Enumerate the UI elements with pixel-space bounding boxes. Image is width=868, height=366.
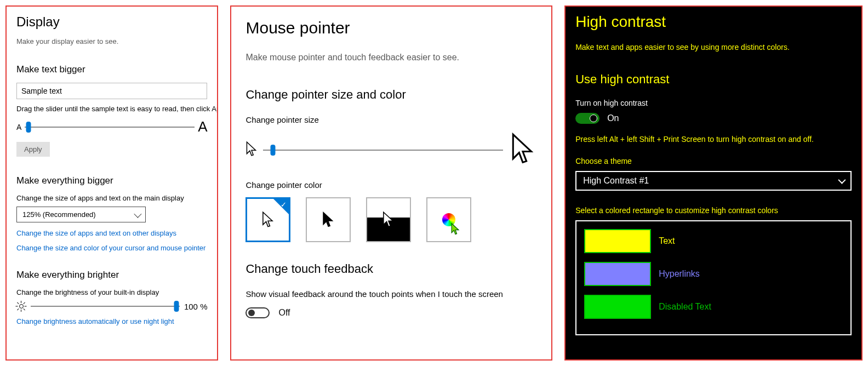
section-make-text-bigger: Make text bigger [16, 64, 207, 75]
section-use-high-contrast: Use high contrast [575, 72, 852, 87]
brightness-slider[interactable] [31, 301, 180, 312]
swatch-hyperlinks[interactable] [584, 262, 651, 286]
section-change-pointer: Change pointer size and color [245, 88, 537, 102]
display-settings-pane: Display Make your display easier to see.… [5, 5, 218, 361]
link-other-displays[interactable]: Change the size of apps and text on othe… [16, 229, 207, 237]
chevron-down-icon [134, 210, 141, 218]
pointer-color-inverted[interactable] [366, 197, 411, 242]
swatch-disabled-text[interactable] [584, 295, 651, 319]
small-a-icon: A [16, 123, 21, 131]
mouse-title: Mouse pointer [245, 19, 537, 37]
high-contrast-toggle[interactable] [575, 113, 599, 124]
link-cursor-settings[interactable]: Change the size and color of your cursor… [16, 244, 207, 252]
apply-button[interactable]: Apply [16, 142, 50, 157]
brightness-value: 100 % [184, 302, 208, 311]
pointer-color-label: Change pointer color [245, 180, 537, 190]
small-cursor-icon [245, 141, 258, 159]
turn-on-label: Turn on high contrast [575, 99, 852, 107]
swatch-disabled-text-label: Disabled Text [659, 302, 711, 312]
touch-feedback-toggle[interactable] [245, 307, 270, 318]
hc-title: High contrast [575, 13, 852, 31]
brightness-label: Change the brightness of your built-in d… [16, 288, 207, 296]
hc-subtitle: Make text and apps easier to see by usin… [575, 43, 852, 52]
sun-icon [16, 301, 26, 311]
touch-feedback-label: Show visual feedback around the touch po… [245, 289, 537, 299]
mouse-subtitle: Make mouse pointer and touch feedback ea… [245, 53, 537, 62]
display-title: Display [16, 14, 207, 30]
mouse-pointer-pane: Mouse pointer Make mouse pointer and tou… [230, 5, 552, 361]
theme-dropdown[interactable]: High Contrast #1 [575, 171, 852, 191]
big-cursor-icon [509, 132, 537, 168]
pointer-size-label: Change pointer size [245, 115, 537, 124]
display-subtitle: Make your display easier to see. [16, 37, 207, 45]
customize-instruction: Select a colored rectangle to customize … [575, 206, 852, 215]
text-size-slider-row: A A [16, 118, 207, 135]
scale-dropdown-value: 125% (Recommended) [22, 210, 96, 219]
link-night-light[interactable]: Change brightness automatically or use n… [16, 317, 207, 325]
section-make-everything-bigger: Make everything bigger [16, 175, 207, 186]
slider-instruction: Drag the slider until the sample text is… [16, 105, 207, 113]
scale-dropdown[interactable]: 125% (Recommended) [16, 207, 146, 222]
pointer-color-custom[interactable] [426, 197, 471, 242]
swatch-text[interactable] [584, 229, 651, 253]
hc-shortcut-hint: Press left Alt + left Shift + Print Scre… [575, 135, 852, 144]
chevron-down-icon [838, 176, 846, 184]
pointer-color-tiles: ✓ [245, 197, 537, 242]
section-make-brighter: Make everything brighter [16, 270, 207, 281]
touch-feedback-state: Off [278, 308, 290, 318]
high-contrast-state: On [607, 113, 619, 123]
scale-label: Change the size of apps and text on the … [16, 194, 207, 202]
choose-theme-label: Choose a theme [575, 157, 852, 165]
big-a-icon: A [198, 118, 207, 135]
sample-text-preview: Sample text [16, 83, 207, 99]
swatch-text-label: Text [659, 236, 675, 246]
pointer-color-white[interactable]: ✓ [245, 197, 290, 242]
theme-dropdown-value: High Contrast #1 [583, 176, 649, 186]
text-size-slider[interactable] [25, 122, 195, 133]
swatch-hyperlinks-label: Hyperlinks [659, 269, 700, 279]
pointer-size-slider[interactable] [263, 145, 503, 156]
pointer-color-black[interactable] [306, 197, 351, 242]
section-touch-feedback: Change touch feedback [245, 262, 537, 276]
brightness-slider-row: 100 % [16, 301, 207, 312]
high-contrast-pane: High contrast Make text and apps easier … [564, 5, 863, 361]
swatch-container: Text Hyperlinks Disabled Text [575, 220, 852, 335]
